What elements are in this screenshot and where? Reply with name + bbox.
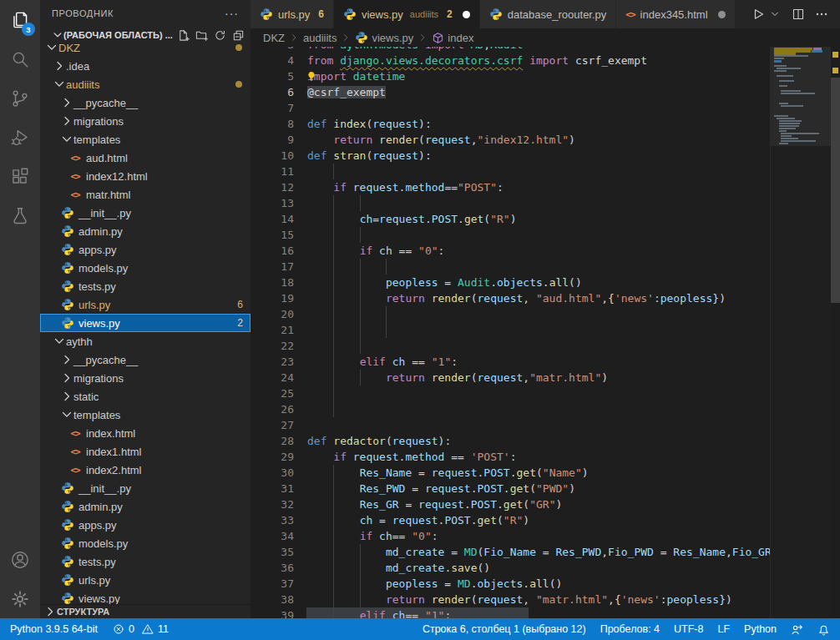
code-line-21[interactable]: 21 bbox=[250, 322, 770, 338]
code-line-18[interactable]: 18 peopless = Audit.objects.all() bbox=[250, 275, 770, 290]
tree-item-apps-py[interactable]: apps.py bbox=[40, 516, 250, 534]
activitybar-extensions[interactable] bbox=[0, 157, 40, 196]
code-line-23[interactable]: 23 elif ch == "1": bbox=[250, 354, 770, 370]
tab-views-py[interactable]: views.pyaudiiits2 bbox=[334, 0, 480, 28]
tree-item-matr-html[interactable]: <>matr.html bbox=[40, 185, 250, 204]
tree-item-templates[interactable]: templates bbox=[40, 406, 250, 424]
code-line-13[interactable]: 13 bbox=[250, 195, 770, 211]
code-line-28[interactable]: 28def redactor(request): bbox=[250, 433, 770, 449]
eol-status[interactable]: LF bbox=[717, 623, 730, 635]
encoding-status[interactable]: UTF-8 bbox=[674, 623, 703, 635]
tree-item-aud-html[interactable]: <>aud.html bbox=[40, 149, 250, 167]
python-interpreter-status[interactable]: Python 3.9.5 64-bit bbox=[10, 623, 98, 635]
tree-item--init-py[interactable]: __init__.py bbox=[40, 204, 250, 222]
activitybar-run-debug[interactable] bbox=[0, 118, 40, 157]
breadcrumb-item-index[interactable]: index bbox=[432, 32, 473, 44]
language-mode-status[interactable]: Python bbox=[744, 623, 777, 635]
code-line-11[interactable]: 11 bbox=[250, 164, 770, 179]
breadcrumb-item-views-py[interactable]: views.py bbox=[355, 31, 413, 44]
activitybar-search[interactable] bbox=[0, 39, 40, 78]
code-line-16[interactable]: 16 if ch == "0": bbox=[250, 243, 770, 259]
tree-item-apps-py[interactable]: apps.py bbox=[40, 240, 250, 259]
scrollbar-thumb[interactable] bbox=[831, 78, 840, 303]
code-line-4[interactable]: 4from django.views.decorators.csrf impor… bbox=[250, 53, 770, 68]
tree-item--idea[interactable]: .idea bbox=[40, 57, 250, 75]
code-line-35[interactable]: 35 md_create = MD(Fio_Name = Res_PWD,Fio… bbox=[250, 544, 770, 560]
tree-item-index2-html[interactable]: <>index2.html bbox=[40, 461, 250, 479]
tree-item-admin-py[interactable]: admin.py bbox=[40, 222, 250, 240]
split-editor-button[interactable] bbox=[792, 8, 805, 21]
code-line-27[interactable]: 27 bbox=[250, 417, 770, 433]
code-line-14[interactable]: 14 ch=request.POST.get("R") bbox=[250, 211, 770, 227]
activitybar-account[interactable] bbox=[0, 540, 40, 579]
chevron-down-button[interactable] bbox=[770, 9, 780, 19]
tree-item-tests-py[interactable]: tests.py bbox=[40, 552, 250, 571]
tree-item--pycache-[interactable]: __pycache__ bbox=[40, 350, 250, 369]
code-line-34[interactable]: 34 if ch== "0": bbox=[250, 528, 770, 544]
tree-item-index12-html[interactable]: <>index12.html bbox=[40, 167, 250, 185]
code-line-24[interactable]: 24 return render(request,"matr.html") bbox=[250, 370, 770, 386]
code-line-7[interactable]: 7 bbox=[250, 100, 770, 116]
tab-index345-html[interactable]: <>index345.html bbox=[616, 0, 735, 28]
code-line-19[interactable]: 19 return render(request, "aud.html",{'n… bbox=[250, 290, 770, 306]
code-line-17[interactable]: 17 bbox=[250, 259, 770, 275]
tree-item-static[interactable]: static bbox=[40, 387, 250, 406]
tree-item-views-py[interactable]: views.py2 bbox=[40, 314, 250, 332]
bell-icon[interactable] bbox=[817, 623, 830, 636]
breadcrumb-item-audiiits[interactable]: audiiits bbox=[303, 32, 337, 44]
tree-item-tests-py[interactable]: tests.py bbox=[40, 277, 250, 295]
feedback-icon[interactable] bbox=[791, 623, 803, 636]
workspace-section-header[interactable]: (РАБОЧАЯ ОБЛАСТЬ) ... bbox=[40, 27, 250, 43]
code-line-37[interactable]: 37 peopless = MD.objects.all() bbox=[250, 576, 770, 592]
tree-item--init-py[interactable]: __init__.py bbox=[40, 479, 250, 497]
code-line-10[interactable]: 10def stran(request): bbox=[250, 148, 770, 164]
code-line-33[interactable]: 33 ch = request.POST.get("R") bbox=[250, 512, 770, 528]
more-button[interactable] bbox=[815, 8, 828, 21]
run-button[interactable] bbox=[751, 8, 765, 21]
outline-section-header[interactable]: СТРУКТУРА bbox=[40, 604, 250, 618]
tree-item-models-py[interactable]: models.py bbox=[40, 259, 250, 277]
code-line-26[interactable]: 26 bbox=[250, 401, 770, 417]
activitybar-explorer[interactable]: 3 bbox=[0, 0, 40, 39]
tree-item-models-py[interactable]: models.py bbox=[40, 534, 250, 552]
problems-status[interactable]: 0 11 bbox=[113, 623, 169, 635]
breadcrumb-item-DKZ[interactable]: DKZ bbox=[263, 32, 285, 44]
tree-item-admin-py[interactable]: admin.py bbox=[40, 497, 250, 516]
tree-item--pycache-[interactable]: __pycache__ bbox=[40, 93, 250, 112]
sidebar-more-actions-button[interactable]: ··· bbox=[225, 7, 239, 20]
new-folder-icon[interactable] bbox=[194, 28, 209, 43]
tree-item-DKZ[interactable]: DKZ bbox=[40, 43, 250, 57]
tree-item-migrations[interactable]: migrations bbox=[40, 112, 250, 130]
code-line-5[interactable]: 5import datetime bbox=[250, 68, 770, 84]
tree-item-urls-py[interactable]: urls.py6 bbox=[40, 295, 250, 314]
tree-item-templates[interactable]: templates bbox=[40, 130, 250, 149]
code-line-29[interactable]: 29 if request.method == 'POST': bbox=[250, 449, 770, 465]
new-file-icon[interactable] bbox=[175, 28, 190, 43]
tree-item-migrations[interactable]: migrations bbox=[40, 369, 250, 387]
code-line-38[interactable]: 38 return render(request, "matr.html",{'… bbox=[250, 592, 770, 607]
code-line-39[interactable]: 39 elif ch== "1": bbox=[250, 607, 770, 618]
tree-item-urls-py[interactable]: urls.py bbox=[40, 571, 250, 589]
tab-database-roouter-py[interactable]: database_roouter.py bbox=[480, 0, 617, 28]
code-line-3[interactable]: 3from aythh.models import MD,Audit bbox=[250, 47, 770, 53]
code-editor[interactable]: 3from aythh.models import MD,Audit4from … bbox=[250, 47, 840, 618]
activitybar-settings[interactable] bbox=[0, 579, 40, 618]
code-line-31[interactable]: 31 Res_PWD = request.POST.get("PWD") bbox=[250, 481, 770, 496]
dirty-indicator-dot[interactable] bbox=[463, 11, 470, 18]
code-line-15[interactable]: 15 bbox=[250, 227, 770, 243]
collapse-all-icon[interactable] bbox=[230, 28, 245, 43]
tab-urls-py[interactable]: urls.py6 bbox=[250, 0, 334, 28]
refresh-icon[interactable] bbox=[212, 28, 227, 43]
cursor-position-status[interactable]: Строка 6, столбец 1 (выбрано 12) bbox=[423, 623, 586, 635]
code-line-36[interactable]: 36 md_create.save() bbox=[250, 560, 770, 576]
code-line-32[interactable]: 32 Res_GR = request.POST.get("GR") bbox=[250, 496, 770, 512]
tree-item-audiiits[interactable]: audiiits bbox=[40, 75, 250, 93]
code-line-25[interactable]: 25 bbox=[250, 386, 770, 401]
tree-item-aythh[interactable]: aythh bbox=[40, 332, 250, 350]
code-line-6[interactable]: 6@csrf_exempt bbox=[250, 84, 770, 100]
lightbulb-icon[interactable] bbox=[306, 70, 317, 83]
activitybar-testing[interactable] bbox=[0, 196, 40, 235]
activitybar-source-control[interactable] bbox=[0, 78, 40, 118]
code-line-8[interactable]: 8def index(request): bbox=[250, 116, 770, 132]
code-line-12[interactable]: 12 if request.method=="POST": bbox=[250, 179, 770, 195]
